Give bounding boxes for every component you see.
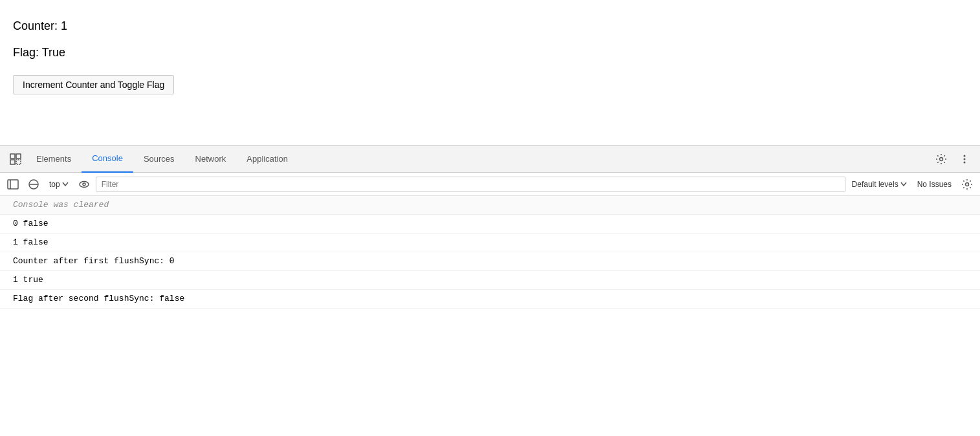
increment-button[interactable]: Increment Counter and Toggle Flag xyxy=(13,75,174,94)
page-content: Counter: 1 Flag: True Increment Counter … xyxy=(0,0,980,107)
counter-display: Counter: 1 xyxy=(13,19,967,33)
flag-display: Flag: True xyxy=(13,46,967,60)
